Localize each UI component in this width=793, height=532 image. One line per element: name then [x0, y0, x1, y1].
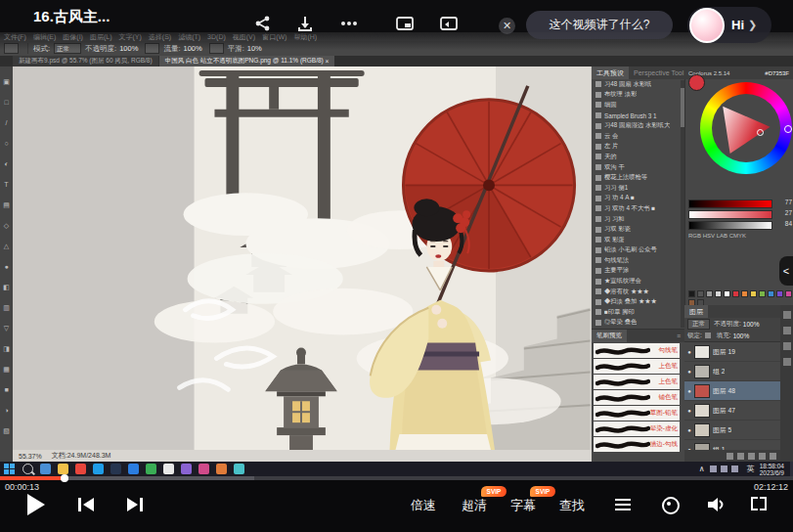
color-swatch[interactable] [741, 290, 748, 297]
document-tab[interactable]: 新建画布9.psd @ 55.7% (图层 60 拷贝, RGB/8) [13, 56, 158, 66]
share-icon[interactable] [250, 14, 274, 33]
color-modes[interactable]: RGB HSV LAB CMYK [688, 233, 746, 239]
color-swatch[interactable] [776, 290, 783, 297]
tray-expand-icon[interactable]: ∧ [699, 465, 705, 473]
tab-layers[interactable]: 图层 [684, 305, 708, 318]
download-icon[interactable] [293, 14, 317, 33]
layer-visibility-icon[interactable]: ● [684, 427, 694, 433]
taskbar-app-icon[interactable] [75, 464, 86, 474]
layer-visibility-icon[interactable]: ● [684, 388, 694, 394]
ps-menu-item[interactable]: 视图(V) [233, 32, 255, 41]
layer-row[interactable]: ● 图层 19 [684, 342, 780, 362]
ps-menu-item[interactable]: 图层(L) [90, 32, 112, 41]
brush-stroke-item[interactable]: 晕染-虚化 [594, 421, 680, 436]
preset-item[interactable]: 主要平涂 [592, 266, 684, 277]
preset-item[interactable]: 习 习和 [592, 214, 684, 225]
document-tab-active[interactable]: 中国风 白色 站立不透明底图PNG.png @ 11.1% (RGB/8) × [159, 56, 335, 66]
color-hex-value[interactable]: #D7353F [765, 70, 789, 76]
mode-dropdown[interactable]: 正常 [54, 43, 81, 54]
color-swatch[interactable] [759, 290, 766, 297]
panel-icon-channels[interactable] [783, 342, 791, 350]
ps-tool-icon[interactable]: ▦ [3, 359, 10, 379]
ps-tool-icon[interactable]: ▽ [4, 318, 9, 338]
brush-stroke-item[interactable]: 勾线笔 [594, 343, 680, 358]
screenshot-icon[interactable] [662, 497, 680, 514]
taskbar-app-icon[interactable] [198, 464, 209, 474]
panel-icon-info[interactable] [783, 358, 791, 366]
color-swatch[interactable] [732, 290, 739, 297]
mini-player-icon[interactable] [437, 14, 461, 33]
layer-row[interactable]: ● 图层 48 [684, 381, 780, 401]
color-swatch[interactable] [724, 290, 730, 297]
layer-visibility-icon[interactable]: ● [684, 408, 694, 414]
ps-tool-icon[interactable]: ● [4, 256, 8, 277]
layer-row[interactable]: ● 图层 5 [684, 421, 780, 440]
ps-canvas[interactable] [13, 66, 592, 450]
taskbar-app-icon[interactable] [181, 464, 192, 474]
layer-row[interactable]: ● 图层 47 [684, 401, 780, 421]
layer-row[interactable]: ● 组 2 [684, 362, 780, 381]
preset-item[interactable]: 习 功 4 A ■ [592, 194, 684, 204]
preset-item[interactable]: 左 片 [592, 142, 684, 153]
color-swatch[interactable] [706, 290, 713, 297]
taskbar-app-icon[interactable] [234, 464, 244, 474]
pip-icon[interactable] [393, 14, 417, 33]
layer-mask-icon[interactable] [748, 453, 755, 460]
start-button[interactable] [4, 464, 15, 474]
brush-stroke-item[interactable]: 描边-勾线 [594, 437, 680, 452]
layer-visibility-icon[interactable]: ● [684, 349, 694, 355]
episode-list-toggle[interactable]: < [779, 256, 793, 286]
tab-perspective-tool[interactable]: Perspective Tool [634, 69, 683, 76]
lock-icon[interactable] [705, 332, 711, 338]
ps-tool-icon[interactable]: / [6, 112, 8, 133]
preset-item[interactable]: 习48 圆扇湿边 水彩纸大 [592, 120, 684, 131]
ps-menu-item[interactable]: 文字(Y) [118, 32, 141, 41]
preset-item[interactable]: ◎晕染 叠色 [592, 318, 684, 329]
brush-stroke-item[interactable]: 上色笔 [594, 375, 680, 389]
preset-item[interactable]: ■印章 脚印 [592, 307, 684, 318]
ps-tool-icon[interactable]: ◧ [3, 277, 10, 297]
link-layers-icon[interactable] [727, 453, 733, 460]
ps-menu-item[interactable]: 编辑(E) [33, 32, 56, 41]
quality-button[interactable]: 超清 [462, 497, 487, 514]
preset-item[interactable]: 习48 圆扇 水彩纸 [592, 79, 684, 90]
taskbar-app-icon[interactable] [146, 464, 156, 474]
ps-tool-icon[interactable]: ○ [4, 133, 8, 154]
color-swatch[interactable] [697, 290, 704, 297]
preset-item[interactable]: ◆溶有纹 ★★★ [592, 287, 684, 297]
color-swatch[interactable] [715, 290, 722, 297]
ps-tool-icon[interactable]: ◑ [4, 400, 8, 421]
ime-language-indicator[interactable]: 英 [747, 464, 755, 474]
color-swatch[interactable] [750, 290, 757, 297]
subtitle-button[interactable]: 字幕 [510, 497, 536, 514]
taskbar-app-icon[interactable] [128, 464, 139, 474]
preset-item[interactable]: 习双 彩瓷 [592, 224, 684, 235]
airbrush-icon[interactable] [209, 43, 224, 54]
preset-item[interactable]: 习习 侧1 [592, 183, 684, 194]
preset-item[interactable]: 布纹理 淡彩 [592, 90, 684, 101]
preset-item[interactable]: Sampled Brush 3 1 [592, 111, 684, 121]
tab-close-icon[interactable]: × [326, 58, 330, 65]
taskbar-app-icon[interactable] [216, 464, 227, 474]
playlist-icon[interactable] [615, 499, 631, 510]
ps-tool-icon[interactable]: ▧ [3, 421, 10, 441]
find-button[interactable]: 查找 [559, 497, 585, 514]
ps-tool-icon[interactable]: ▥ [3, 297, 10, 318]
ps-tool-icon[interactable]: ■ [4, 379, 8, 400]
ps-tool-icon[interactable]: ▣ [3, 71, 10, 92]
preset-item[interactable]: ★宣纸纹理会 [592, 276, 684, 287]
previous-button[interactable] [76, 497, 96, 512]
taskbar-app-icon[interactable] [93, 464, 104, 474]
slider-blue[interactable] [688, 221, 772, 230]
tab-brush-strokes[interactable]: 笔刷预览 [592, 330, 627, 342]
speed-button[interactable]: 倍速 [411, 497, 436, 514]
ps-tool-icon[interactable]: △ [4, 236, 9, 256]
play-button[interactable] [27, 494, 45, 515]
ps-tool-icon[interactable]: ▤ [3, 195, 10, 215]
taskbar-app-icon[interactable] [40, 464, 51, 474]
ps-tool-icon[interactable]: □ [4, 92, 8, 112]
preset-item[interactable]: 习 双功 4 不大书 ■ [592, 203, 684, 214]
foreground-color-swatch[interactable] [688, 74, 705, 91]
blend-mode-dropdown[interactable]: 正常 [687, 319, 710, 330]
panel-icon-brush[interactable] [783, 327, 791, 334]
